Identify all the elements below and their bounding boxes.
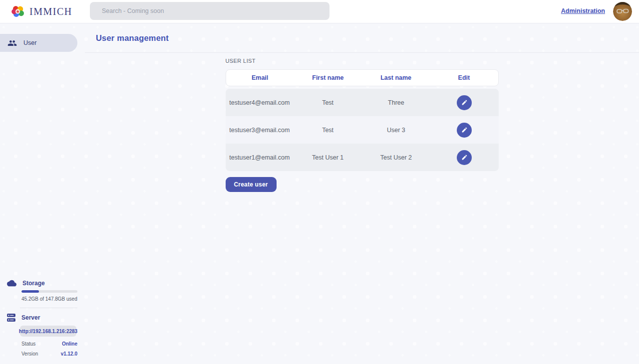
column-header-last-name: Last name bbox=[380, 74, 411, 81]
brand-wordmark: IMMICH bbox=[29, 6, 72, 17]
column-header-first-name: First name bbox=[312, 74, 343, 81]
cell-email: testuser3@email.com bbox=[229, 127, 290, 134]
table-row: testuser1@email.com Test User 1 Test Use… bbox=[226, 144, 499, 171]
cell-last-name: Test User 2 bbox=[380, 154, 412, 161]
status-label: Status bbox=[21, 341, 35, 347]
version-value: v1.12.0 bbox=[61, 351, 77, 357]
table-row: testuser3@email.com Test User 3 bbox=[226, 116, 499, 144]
storage-usage-text: 45.2GB of 147.8GB used bbox=[21, 296, 77, 302]
administration-link[interactable]: Administration bbox=[561, 7, 605, 14]
server-status-row: Status Online bbox=[21, 341, 77, 347]
immich-logo-icon bbox=[11, 4, 25, 18]
server-url-chip: http://192.168.1.216:2283 bbox=[20, 326, 76, 337]
column-header-edit: Edit bbox=[458, 74, 470, 81]
page-header: User management bbox=[85, 23, 639, 53]
storage-section-header: Storage bbox=[0, 280, 85, 287]
edit-user-button[interactable] bbox=[457, 123, 472, 138]
column-header-email: Email bbox=[252, 74, 268, 81]
cell-last-name: User 3 bbox=[387, 127, 405, 134]
table-row: testuser4@email.com Test Three bbox=[226, 89, 499, 116]
cell-email: testuser4@email.com bbox=[229, 99, 290, 106]
top-bar: IMMICH Administration bbox=[0, 0, 639, 23]
storage-progress-bar bbox=[21, 290, 77, 293]
cloud-icon bbox=[7, 280, 16, 287]
cell-first-name: Test bbox=[322, 127, 333, 134]
edit-user-button[interactable] bbox=[457, 95, 472, 110]
sidebar-footer: Storage 45.2GB of 147.8GB used Server ht… bbox=[0, 280, 85, 364]
page-title: User management bbox=[96, 33, 169, 43]
search-input[interactable] bbox=[90, 2, 329, 20]
edit-user-button[interactable] bbox=[457, 150, 472, 165]
pencil-icon bbox=[461, 154, 468, 161]
sidebar-item-label: User bbox=[23, 39, 36, 46]
user-avatar[interactable] bbox=[613, 2, 632, 21]
user-list-label: USER LIST bbox=[226, 58, 499, 64]
cell-last-name: Three bbox=[388, 99, 404, 106]
cell-first-name: Test bbox=[322, 99, 333, 106]
storage-label: Storage bbox=[22, 280, 45, 287]
brand[interactable]: IMMICH bbox=[0, 4, 89, 18]
footer-divider bbox=[20, 308, 77, 308]
pencil-icon bbox=[461, 99, 468, 106]
server-section-header: Server bbox=[0, 314, 85, 322]
server-version-row: Version v1.12.0 bbox=[21, 351, 77, 357]
version-label: Version bbox=[21, 351, 38, 357]
server-icon bbox=[7, 314, 15, 322]
create-user-button[interactable]: Create user bbox=[226, 177, 277, 192]
storage-progress-fill bbox=[21, 290, 39, 293]
sidebar-item-user[interactable]: User bbox=[0, 34, 77, 52]
cell-first-name: Test User 1 bbox=[312, 154, 343, 161]
cell-email: testuser1@email.com bbox=[229, 154, 290, 161]
server-label: Server bbox=[21, 314, 40, 321]
main-content: USER LIST Email First name Last name Edi… bbox=[85, 53, 639, 192]
users-icon bbox=[7, 38, 17, 48]
table-header-row: Email First name Last name Edit bbox=[226, 69, 499, 86]
pencil-icon bbox=[461, 127, 468, 133]
status-value: Online bbox=[62, 341, 77, 347]
user-table: testuser4@email.com Test Three testuser3… bbox=[226, 89, 499, 171]
